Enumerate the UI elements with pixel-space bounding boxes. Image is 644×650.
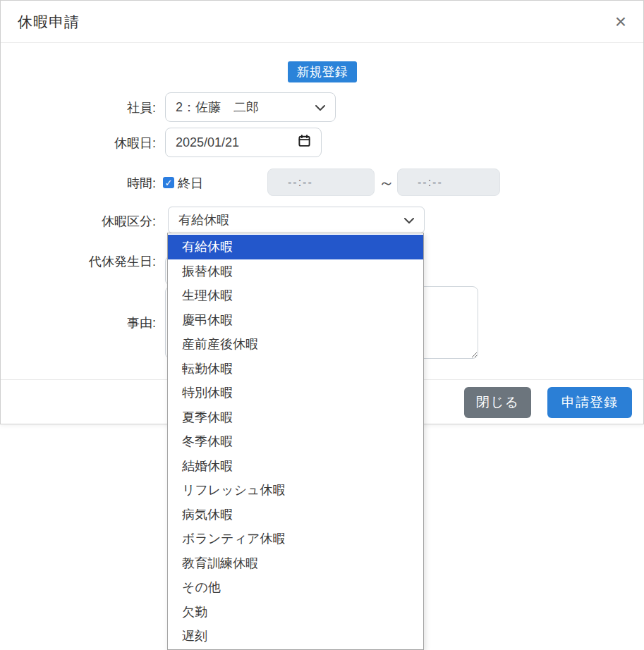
close-icon[interactable]: ×	[615, 12, 626, 32]
new-registration-badge: 新規登録	[288, 61, 357, 82]
dropdown-option[interactable]: その他	[168, 575, 423, 600]
dropdown-option[interactable]: 冬季休暇	[168, 429, 423, 454]
dropdown-option[interactable]: ボランティア休暇	[168, 527, 423, 551]
dropdown-option[interactable]: リフレッシュ休暇	[168, 478, 423, 503]
dropdown-option[interactable]: 生理休暇	[168, 283, 423, 308]
employee-select[interactable]: 2：佐藤 二郎	[165, 92, 336, 122]
dropdown-option[interactable]: 教育訓練休暇	[168, 551, 423, 576]
close-button[interactable]: 閉じる	[464, 387, 531, 418]
dialog-header: 休暇申請 ×	[1, 1, 643, 43]
employee-label: 社員:	[8, 99, 156, 116]
dropdown-option[interactable]: 特別休暇	[168, 381, 423, 405]
vacation-date-label: 休暇日:	[8, 135, 156, 152]
dropdown-option[interactable]: 遅刻	[168, 624, 423, 649]
dropdown-option[interactable]: 有給休暇	[168, 235, 423, 259]
reason-label: 事由:	[8, 314, 156, 331]
dialog-title: 休暇申請	[18, 12, 80, 32]
calendar-icon[interactable]	[298, 134, 311, 151]
vacation-date-value: 2025/01/21	[176, 135, 239, 150]
all-day-label[interactable]: 終日	[178, 175, 203, 192]
submit-button[interactable]: 申請登録	[547, 387, 632, 418]
dropdown-option[interactable]: 病気休暇	[168, 503, 423, 527]
employee-select-value: 2：佐藤 二郎	[176, 99, 259, 116]
page: 休暇申請 × 新規登録 社員: 2：佐藤 二郎 休暇日: 2025/01/21	[0, 0, 644, 650]
time-label: 時間:	[8, 175, 156, 192]
time-separator: ～	[376, 172, 397, 194]
chevron-down-icon	[404, 213, 414, 228]
all-day-checkbox[interactable]: ✓	[163, 177, 174, 188]
dropdown-option[interactable]: 転勤休暇	[168, 357, 423, 381]
vacation-category-select[interactable]: 有給休暇	[168, 207, 425, 233]
substitute-date-label: 代休発生日:	[8, 253, 156, 270]
vacation-date-input[interactable]: 2025/01/21	[165, 128, 322, 157]
vacation-category-value: 有給休暇	[178, 211, 229, 228]
vacation-category-options: 有給休暇振替休暇生理休暇慶弔休暇産前産後休暇転勤休暇特別休暇夏季休暇冬季休暇結婚…	[167, 233, 424, 650]
dropdown-option[interactable]: 慶弔休暇	[168, 308, 423, 333]
dropdown-option[interactable]: 夏季休暇	[168, 405, 423, 430]
dropdown-option[interactable]: 欠勤	[168, 600, 423, 625]
chevron-down-icon	[315, 100, 325, 115]
dropdown-option[interactable]: 産前産後休暇	[168, 332, 423, 357]
dropdown-option[interactable]: 結婚休暇	[168, 454, 423, 479]
dropdown-option[interactable]: 振替休暇	[168, 259, 423, 284]
start-time-input[interactable]: --:--	[267, 168, 375, 196]
end-time-input[interactable]: --:--	[397, 168, 500, 196]
vacation-category-label: 休暇区分:	[8, 213, 156, 230]
